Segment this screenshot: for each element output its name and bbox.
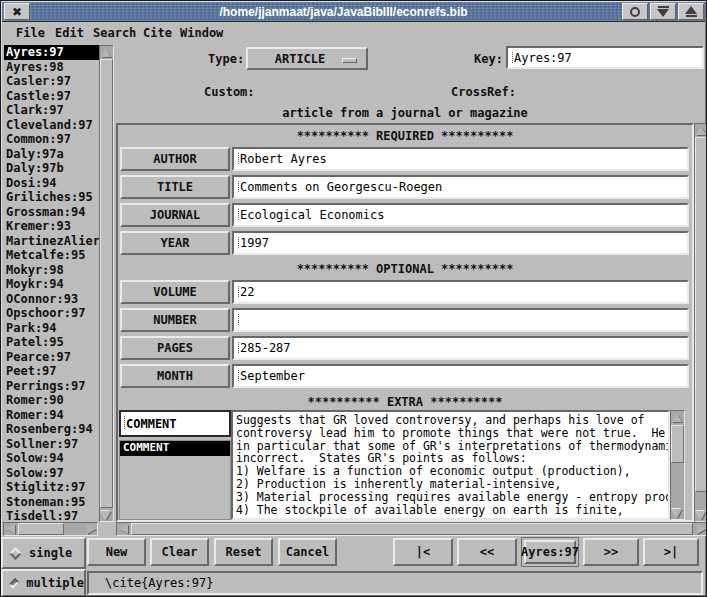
- key-field[interactable]: Ayres:97: [506, 46, 704, 69]
- lower-window-button[interactable]: [650, 3, 676, 20]
- list-item[interactable]: Patel:95: [4, 335, 99, 350]
- list-item[interactable]: Pearce:97: [4, 350, 99, 365]
- nav-last-button[interactable]: >|: [643, 538, 699, 566]
- month-field-button[interactable]: MONTH: [120, 364, 230, 388]
- reset-button[interactable]: Reset: [214, 538, 273, 566]
- extra-textarea[interactable]: Suggests that GR loved controversy, and …: [231, 410, 670, 520]
- list-item[interactable]: Moykr:94: [4, 277, 99, 292]
- journal-field[interactable]: Ecological Economics: [232, 203, 689, 227]
- list-item[interactable]: Romer:90: [4, 393, 99, 408]
- scroll-up-button[interactable]: [695, 124, 707, 136]
- menu-file[interactable]: File: [16, 26, 45, 40]
- form-hscrollbar[interactable]: [116, 522, 707, 536]
- scroll-down-button[interactable]: [671, 507, 683, 519]
- month-field[interactable]: September: [232, 364, 689, 388]
- list-item[interactable]: Castle:97: [4, 89, 99, 104]
- list-item[interactable]: Common:97: [4, 132, 99, 147]
- list-item[interactable]: Grossman:94: [4, 205, 99, 220]
- scroll-right-button[interactable]: [85, 523, 97, 535]
- scroll-down-button[interactable]: [100, 509, 112, 521]
- scrollbar-thumb[interactable]: [671, 425, 684, 463]
- journal-field-button[interactable]: JOURNAL: [120, 203, 230, 227]
- cancel-button[interactable]: Cancel: [278, 538, 337, 566]
- list-item[interactable]: Mokyr:98: [4, 263, 99, 278]
- multiple-mode-toggle[interactable]: multiple: [1, 569, 86, 597]
- text-caret-icon: [238, 237, 239, 248]
- menu-search[interactable]: Search: [93, 26, 136, 40]
- scroll-up-button[interactable]: [100, 46, 112, 58]
- menu-window[interactable]: Window: [180, 26, 223, 40]
- list-item[interactable]: Daly:97a: [4, 147, 99, 162]
- year-field[interactable]: 1997: [232, 231, 689, 255]
- list-item[interactable]: Peet:97: [4, 364, 99, 379]
- list-item[interactable]: Opschoor:97: [4, 306, 99, 321]
- list-item[interactable]: Tisdell:97: [4, 509, 99, 521]
- type-dropdown[interactable]: ARTICLE: [246, 47, 368, 70]
- single-mode-toggle[interactable]: single: [1, 537, 86, 569]
- scrollbar-thumb[interactable]: [695, 137, 707, 492]
- list-item[interactable]: Perrings:97: [4, 379, 99, 394]
- list-item[interactable]: Griliches:95: [4, 190, 99, 205]
- list-item[interactable]: Romer:94: [4, 408, 99, 423]
- list-item[interactable]: MartinezAlier:97: [4, 234, 99, 249]
- clear-button[interactable]: Clear: [150, 538, 209, 566]
- menu-edit[interactable]: Edit: [55, 26, 84, 40]
- list-item[interactable]: Kremer:93: [4, 219, 99, 234]
- extra-field-list[interactable]: COMMENT: [119, 440, 231, 520]
- pages-field[interactable]: 285-287: [232, 336, 689, 360]
- list-hscrollbar[interactable]: [3, 522, 98, 536]
- list-item[interactable]: Metcalfe:95: [4, 248, 99, 263]
- list-item[interactable]: Stoneman:95: [4, 495, 99, 510]
- list-item[interactable]: Casler:97: [4, 74, 99, 89]
- titlebar[interactable]: ✖ /home/jjanmaat/java/JavaBibIII/econref…: [2, 2, 705, 22]
- cite-command-field[interactable]: \cite{Ayres:97}: [87, 571, 703, 595]
- list-item[interactable]: Ayres:98: [4, 60, 99, 75]
- list-item[interactable]: Sollner:97: [4, 437, 99, 452]
- form-vscrollbar[interactable]: [694, 123, 707, 522]
- year-field-button[interactable]: YEAR: [120, 231, 230, 255]
- list-item[interactable]: Clark:97: [4, 103, 99, 118]
- list-item[interactable]: Rosenberg:94: [4, 422, 99, 437]
- list-item[interactable]: Cleveland:97: [4, 118, 99, 133]
- scroll-up-button[interactable]: [671, 411, 683, 423]
- list-item[interactable]: COMMENT: [120, 441, 230, 456]
- pages-field-button[interactable]: PAGES: [120, 336, 230, 360]
- list-item[interactable]: Solow:97: [4, 466, 99, 481]
- scroll-right-button[interactable]: [695, 523, 707, 535]
- scroll-left-button[interactable]: [117, 523, 129, 535]
- author-field-button[interactable]: AUTHOR: [120, 147, 230, 171]
- list-item[interactable]: Ayres:97: [4, 45, 99, 60]
- author-field[interactable]: Robert Ayres: [232, 147, 689, 171]
- close-button[interactable]: ✖: [4, 3, 30, 20]
- scrollbar-thumb[interactable]: [131, 523, 693, 535]
- title-field[interactable]: Comments on Georgescu-Roegen: [232, 175, 689, 199]
- new-button[interactable]: New: [87, 538, 146, 566]
- scroll-down-button[interactable]: [695, 509, 707, 521]
- scrollbar-thumb[interactable]: [18, 523, 64, 535]
- list-item[interactable]: Daly:97b: [4, 161, 99, 176]
- maximize-button[interactable]: [622, 3, 648, 20]
- extra-field-name-input[interactable]: COMMENT: [119, 410, 231, 437]
- nav-current-entry[interactable]: Ayres:97: [521, 537, 579, 567]
- volume-field[interactable]: 22: [232, 280, 689, 304]
- scroll-left-button[interactable]: [4, 523, 16, 535]
- extra-section-header: ********** EXTRA **********: [118, 395, 692, 409]
- volume-field-button[interactable]: VOLUME: [120, 280, 230, 304]
- list-item[interactable]: Stiglitz:97: [4, 480, 99, 495]
- list-item[interactable]: Solow:94: [4, 451, 99, 466]
- menu-cite[interactable]: Cite: [143, 26, 172, 40]
- scrollbar-thumb[interactable]: [100, 59, 113, 508]
- number-field-button[interactable]: NUMBER: [120, 308, 230, 332]
- list-item[interactable]: Dosi:94: [4, 176, 99, 191]
- scroll-left-icon: [6, 524, 15, 534]
- number-field[interactable]: [232, 308, 689, 332]
- nav-next-button[interactable]: >>: [583, 538, 639, 566]
- list-item[interactable]: OConnor:93: [4, 292, 99, 307]
- raise-window-button[interactable]: [678, 3, 704, 20]
- list-item[interactable]: Park:94: [4, 321, 99, 336]
- nav-prev-button[interactable]: <<: [457, 538, 517, 566]
- nav-first-button[interactable]: |<: [393, 538, 453, 566]
- extra-vscrollbar[interactable]: [670, 410, 685, 520]
- title-field-button[interactable]: TITLE: [120, 175, 230, 199]
- list-vscrollbar[interactable]: [99, 45, 114, 522]
